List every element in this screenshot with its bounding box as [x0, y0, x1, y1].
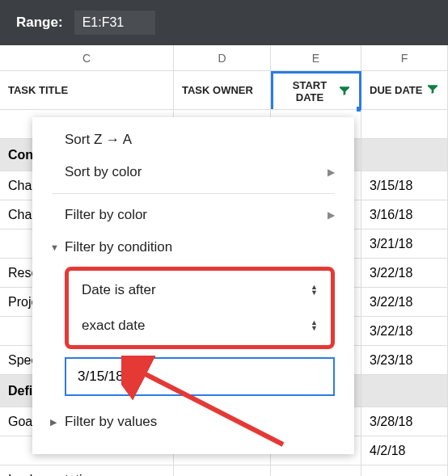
condition-type-select[interactable]: Date is after ▲▼	[70, 274, 329, 306]
annotation-highlight: Date is after ▲▼ exact date ▲▼	[65, 267, 335, 349]
header-task-owner[interactable]: TASK OWNER	[174, 71, 271, 109]
menu-label: Sort by color	[65, 164, 142, 180]
cell	[361, 465, 448, 476]
date-input[interactable]	[65, 357, 335, 396]
caret-right-icon: ▶	[50, 417, 57, 428]
col-header-d[interactable]: D	[174, 45, 271, 70]
filter-by-condition[interactable]: ▼Filter by condition	[32, 231, 354, 263]
header-start-date-label: START DATE	[281, 79, 338, 103]
divider	[52, 193, 335, 194]
header-task-title-label: TASK TITLE	[8, 84, 68, 96]
date-input-wrapper	[65, 357, 335, 396]
filter-by-color[interactable]: Filter by color▶	[32, 199, 354, 231]
range-bar: Range:	[0, 0, 448, 45]
menu-label: Filter by condition	[65, 239, 172, 255]
range-input[interactable]	[74, 11, 155, 35]
select-value: Date is after	[82, 282, 156, 298]
header-due-date-label: DUE DATE	[370, 84, 422, 96]
col-header-c[interactable]: C	[0, 45, 174, 70]
col-header-f[interactable]: F	[361, 45, 448, 70]
caret-down-icon: ▼	[50, 242, 59, 252]
cell: Implementation	[0, 465, 174, 476]
select-value: exact date	[82, 318, 145, 334]
filter-by-values[interactable]: ▶Filter by values	[32, 406, 354, 438]
menu-label: Filter by values	[65, 414, 157, 430]
sort-by-color[interactable]: Sort by color▶	[32, 156, 354, 188]
range-label: Range:	[16, 15, 63, 31]
cell: 3/22/18	[361, 317, 448, 345]
cell: 3/28/18	[361, 407, 448, 436]
header-task-title[interactable]: TASK TITLE	[0, 71, 174, 109]
stepper-icon: ▲▼	[311, 320, 318, 331]
header-due-date[interactable]: DUE DATE	[361, 71, 448, 109]
column-headers: C D E F	[0, 45, 448, 71]
cell: 3/21/18	[361, 230, 448, 258]
menu-label: Filter by color	[65, 207, 147, 223]
cell: 4/2/18	[361, 436, 448, 465]
col-header-e[interactable]: E	[271, 45, 361, 70]
table-row[interactable]: Implementation	[0, 465, 448, 476]
stepper-icon: ▲▼	[311, 284, 318, 296]
menu-label: Sort Z → A	[65, 132, 132, 148]
sort-za[interactable]: Sort Z → A	[32, 124, 354, 156]
cell: 3/15/18	[361, 171, 448, 200]
cell: 3/16/18	[361, 200, 448, 229]
field-headers: TASK TITLE TASK OWNER START DATE DUE DAT…	[0, 71, 448, 110]
filter-panel: Sort Z → A Sort by color▶ Filter by colo…	[32, 117, 354, 454]
header-start-date[interactable]: START DATE	[271, 71, 361, 109]
cell: 3/22/18	[361, 259, 448, 287]
filter-icon[interactable]	[426, 82, 439, 98]
chevron-right-icon: ▶	[328, 209, 335, 221]
cell: 3/22/18	[361, 288, 448, 316]
filter-icon[interactable]	[338, 84, 351, 99]
cell: 3/23/18	[361, 346, 448, 374]
header-task-owner-label: TASK OWNER	[182, 84, 253, 96]
date-mode-select[interactable]: exact date ▲▼	[70, 310, 329, 342]
chevron-right-icon: ▶	[328, 166, 335, 178]
